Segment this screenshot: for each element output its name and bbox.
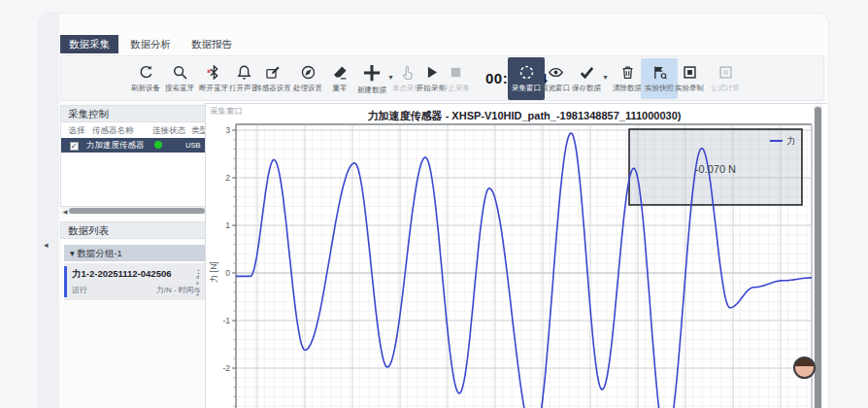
svg-text:0: 0 [225,268,230,278]
toolbar-button-formula[interactable]: 公式计算 [706,58,745,99]
hscroll-thumb[interactable] [69,208,205,214]
sensor-checkbox[interactable]: ✓ [70,142,79,151]
trash-icon [619,64,636,81]
svg-text:-2: -2 [222,363,230,373]
toolbar-button-label: 处理设置 [293,84,322,93]
toolbar-button-label: 清除数据 [613,84,642,93]
tab-data-analysis[interactable]: 数据分析 [121,35,180,53]
item-color-bar [64,266,67,297]
data-group-row[interactable]: ▾ 数据分组-1 [64,245,206,261]
eraser-icon [332,64,349,81]
tab-data-acquisition[interactable]: 数据采集 [60,35,118,53]
toolbar-button-label: 保存数据 [572,84,601,93]
vscroll-thumb[interactable] [815,107,821,408]
scroll-left-arrow-icon[interactable]: ◀ [61,208,69,215]
toolbar-button-label: 传感器设置 [254,84,291,93]
toolbar-button-label: 公式计算 [711,84,740,93]
dashed-circle-icon [518,64,535,81]
app-window: ◂ 数据采集 数据分析 数据报告 00:15:54 刷新设备搜索蓝牙断开蓝牙打开… [39,14,828,408]
sensor-table: 选择传感器名称连接状态类型✓力加速度传感器USB [60,123,214,207]
svg-text:-1: -1 [222,316,230,325]
toolbar-button-record[interactable]: 实验录制 [670,58,709,99]
sensor-settings-icon [265,64,282,81]
search-icon [172,64,188,81]
left-collapse-strip: ◂ [39,14,59,408]
column-header: 传感器名称 [86,125,147,137]
plus-icon [362,63,382,83]
svg-text:-0.070 N: -0.070 N [695,163,736,175]
tab-data-report[interactable]: 数据报告 [183,35,241,53]
toolbar-button-label: 搜索蓝牙 [165,84,194,93]
data-list-item[interactable]: 力1-2-20251112-042506 ⋮ 运行 力/N - 时间/s [64,263,206,300]
svg-text:2: 2 [225,173,230,183]
collapse-panel-arrow-icon[interactable]: ◂ [44,240,49,250]
item-axes: 力/N - 时间/s [156,285,200,295]
check-icon [579,64,595,81]
process-settings-icon [300,64,317,81]
force-time-chart[interactable]: 3210-1-2力 [N]力-0.070 N [207,120,822,408]
svg-text:力 [N]: 力 [N] [209,261,218,283]
toolbar-button-label: 预览窗口 [541,84,570,93]
item-status: 运行 [72,285,87,295]
eye-icon [548,64,564,81]
toolbar-button-label: 刷新设备 [131,84,160,93]
snapshot-icon [651,64,668,81]
column-header: 连接状态 [147,125,185,137]
svg-text:3: 3 [225,125,230,135]
sensor-table-header: 选择传感器名称连接状态类型 [61,123,213,138]
refresh-icon [138,64,154,81]
chart-vscrollbar[interactable] [814,105,822,408]
sensor-name: 力加速度传感器 [86,140,147,152]
toolbar-button-sensor-settings[interactable]: 传感器设置 [253,58,292,99]
toolbar-button-plus[interactable]: 新建数据▼ [352,58,391,99]
toolbar-button-label: 停止采集 [441,84,470,93]
group-caret-icon: ▾ [70,248,75,258]
bluetooth-disconnect-icon [206,64,222,81]
sensor-row[interactable]: ✓力加速度传感器USB [61,138,213,153]
toolbar-button-refresh[interactable]: 刷新设备 [126,58,165,99]
column-header: 选择 [61,125,86,137]
toolbar-button-label: 重零 [333,84,348,93]
main-tabbar: 数据采集 数据分析 数据报告 [60,35,241,53]
toolbar: 00:15:54 刷新设备搜索蓝牙断开蓝牙打开声音传感器设置处理设置重零新建数据… [60,55,824,101]
bell-icon [236,64,252,81]
item-title: 力1-2-20251112-042506 [72,268,171,281]
panel-splitter-handle[interactable] [195,276,200,296]
toolbar-button-label: 新建数据 [357,85,386,95]
toolbar-button-check[interactable]: 保存数据▼ [567,58,606,99]
record-icon [682,64,698,81]
sensor-table-hscrollbar[interactable]: ◀ ▶ [61,207,213,215]
svg-text:力: 力 [786,136,795,146]
app-screenshot: ◂ 数据采集 数据分析 数据报告 00:15:54 刷新设备搜索蓝牙断开蓝牙打开… [0,0,868,408]
toolbar-button-label: 实验录制 [675,84,704,93]
group-label: 数据分组-1 [77,248,121,258]
toolbar-button-search[interactable]: 搜索蓝牙 [160,58,199,99]
stop-icon [448,64,464,81]
assistant-avatar-button[interactable] [793,357,816,379]
status-dot [154,141,162,149]
toolbar-button-stop[interactable]: 停止采集 [436,58,475,99]
svg-text:1: 1 [225,221,230,230]
collect-control-panel-header: 采集控制 [60,105,214,122]
data-list-panel-header: 数据列表 [60,221,214,239]
formula-icon [718,64,734,81]
